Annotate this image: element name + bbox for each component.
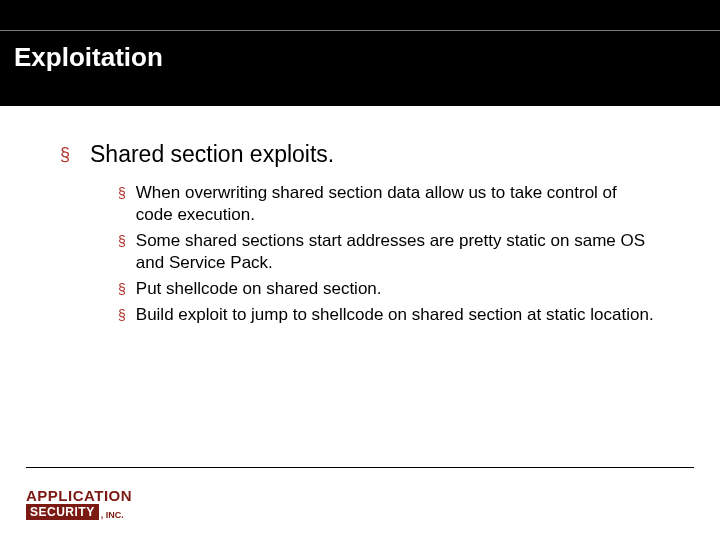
sub-bullet: § Put shellcode on shared section. xyxy=(118,278,680,300)
bullet-icon: § xyxy=(118,304,126,326)
sub-bullet-text: Build exploit to jump to shellcode on sh… xyxy=(136,304,654,326)
title-divider xyxy=(0,30,720,31)
sub-bullet: § Some shared sections start addresses a… xyxy=(118,230,680,274)
bullet-icon: § xyxy=(118,278,126,300)
sub-bullet: § When overwriting shared section data a… xyxy=(118,182,680,226)
sub-bullet-text: Some shared sections start addresses are… xyxy=(136,230,656,274)
main-bullet: § Shared section exploits. xyxy=(60,140,680,168)
sub-bullet-text: Put shellcode on shared section. xyxy=(136,278,382,300)
title-bar: Exploitation xyxy=(0,0,720,106)
company-logo: APPLICATION SECURITY, INC. xyxy=(26,487,132,520)
sub-bullet-text: When overwriting shared section data all… xyxy=(136,182,656,226)
sub-bullet: § Build exploit to jump to shellcode on … xyxy=(118,304,680,326)
bullet-icon: § xyxy=(118,230,126,274)
bullet-icon: § xyxy=(118,182,126,226)
footer-divider xyxy=(26,467,694,468)
logo-suffix: , INC. xyxy=(101,510,124,520)
logo-line2: SECURITY xyxy=(26,504,99,520)
logo-line2-wrap: SECURITY, INC. xyxy=(26,502,132,520)
bullet-icon: § xyxy=(60,140,70,168)
slide-title: Exploitation xyxy=(14,42,163,73)
sub-bullet-list: § When overwriting shared section data a… xyxy=(118,182,680,326)
content-area: § Shared section exploits. § When overwr… xyxy=(0,106,720,326)
main-bullet-text: Shared section exploits. xyxy=(90,140,334,168)
